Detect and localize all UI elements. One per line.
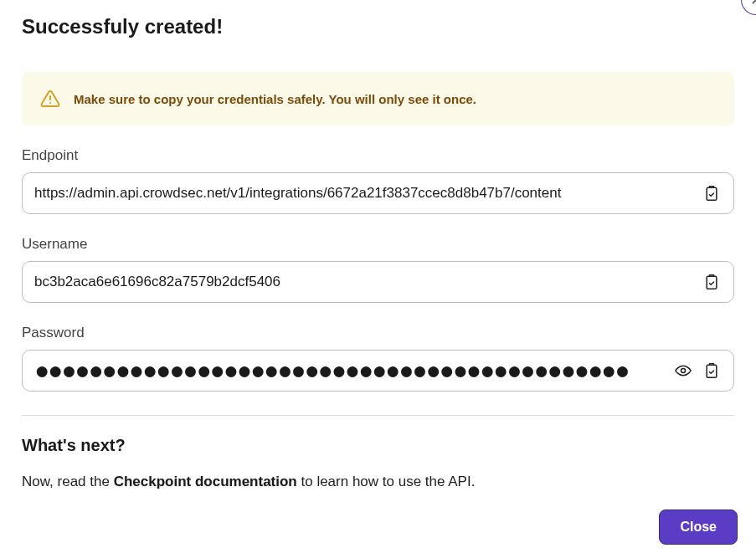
svg-rect-2 (707, 187, 717, 200)
close-modal-button[interactable]: ✕ (741, 0, 756, 15)
toggle-password-visibility-button[interactable] (673, 361, 693, 381)
warning-text: Make sure to copy your credentials safel… (74, 92, 476, 106)
warning-banner: Make sure to copy your credentials safel… (22, 72, 734, 125)
divider (22, 415, 734, 416)
username-field: bc3b2aca6e61696c82a7579b2dcf5406 (22, 261, 734, 303)
endpoint-label: Endpoint (22, 147, 734, 164)
whats-next-text: Now, read the Checkpoint documentation t… (22, 474, 734, 490)
copy-endpoint-button[interactable] (702, 183, 722, 203)
password-label: Password (22, 325, 734, 341)
svg-point-4 (681, 369, 686, 373)
password-value[interactable]: ●●●●●●●●●●●●●●●●●●●●●●●●●●●●●●●●●●●●●●●●… (34, 362, 665, 379)
password-field: ●●●●●●●●●●●●●●●●●●●●●●●●●●●●●●●●●●●●●●●●… (22, 350, 734, 392)
username-label: Username (22, 236, 734, 253)
svg-rect-5 (707, 365, 717, 377)
next-prefix: Now, read the (22, 474, 114, 489)
endpoint-field: https://admin.api.crowdsec.net/v1/integr… (22, 172, 734, 214)
warning-icon (40, 89, 60, 109)
next-suffix: to learn how to use the API. (301, 474, 475, 489)
copy-password-button[interactable] (702, 361, 722, 381)
close-icon: ✕ (750, 0, 757, 8)
endpoint-value[interactable]: https://admin.api.crowdsec.net/v1/integr… (34, 185, 693, 202)
documentation-link[interactable]: Checkpoint documentation (114, 474, 297, 489)
svg-rect-3 (707, 276, 717, 289)
copy-username-button[interactable] (702, 272, 722, 292)
close-button[interactable]: Close (659, 509, 738, 545)
modal-title: Successfuly created! (22, 15, 223, 38)
username-value[interactable]: bc3b2aca6e61696c82a7579b2dcf5406 (34, 274, 693, 290)
whats-next-heading: What's next? (22, 436, 734, 455)
